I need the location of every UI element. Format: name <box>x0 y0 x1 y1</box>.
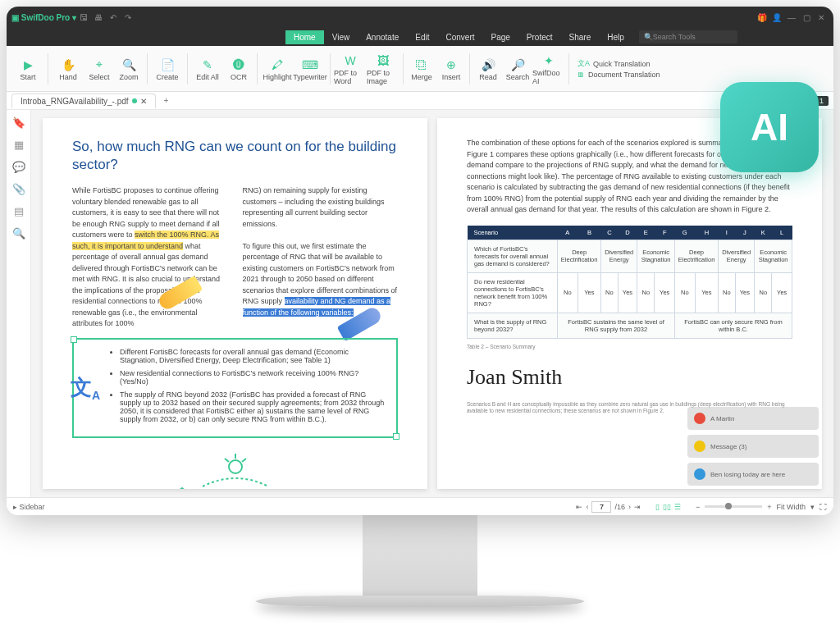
minimize-icon[interactable]: — <box>784 13 799 22</box>
hand-tool[interactable]: ✋Hand <box>52 49 84 89</box>
save-icon[interactable]: 🖫 <box>76 13 91 22</box>
menu-bar: Home View Annotate Edit Convert Page Pro… <box>7 28 833 46</box>
merge-button[interactable]: ⿻Merge <box>407 49 436 89</box>
user-icon[interactable]: 👤 <box>769 13 784 22</box>
ribbon: ▶Start ✋Hand ⌖Select 🔍Zoom 📄Create ✎Edit… <box>7 46 833 92</box>
menu-share[interactable]: Share <box>561 30 600 44</box>
status-bar: ▸ Sidebar ⇤ ‹ /16 › ⇥ ▯ ▯▯ ☰ − + Fit Wid… <box>7 497 833 515</box>
scenario-table: Scenario ABCDEFGHIJKL Which of FortisBC'… <box>467 226 792 339</box>
left-column: While FortisBC proposes to continue offe… <box>72 185 228 330</box>
menu-help[interactable]: Help <box>599 30 632 44</box>
last-page-icon[interactable]: ⇥ <box>634 503 641 511</box>
title-bar: ▣ SwifDoo Pro ▾ 🖫 🖶 ↶ ↷ 🎁 👤 — ▢ ✕ <box>7 7 833 28</box>
menu-annotate[interactable]: Annotate <box>358 30 407 44</box>
bookmarks-icon[interactable]: 🔖 <box>12 116 25 129</box>
list-item: New residential connections to FortisBC'… <box>120 369 386 386</box>
svg-line-3 <box>242 459 246 462</box>
menu-convert[interactable]: Convert <box>437 30 482 44</box>
selected-text-box[interactable]: 文A Different FortisBC forecasts for over… <box>72 338 398 438</box>
next-page-icon[interactable]: › <box>628 503 631 511</box>
svg-line-2 <box>225 459 229 462</box>
start-button[interactable]: ▶Start <box>11 49 44 89</box>
ocr-button[interactable]: 🅞OCR <box>224 49 253 89</box>
tab-close-icon[interactable]: ✕ <box>140 97 147 106</box>
highlight-tool[interactable]: 🖍Highlight <box>261 49 294 89</box>
toast[interactable]: A Martin <box>687 407 819 430</box>
typewriter-tool[interactable]: ⌨Typewriter <box>294 49 326 89</box>
document-tab-bar: Introba_RNGAvailability_-.pdf✕ + 1 <box>7 92 833 110</box>
ai-badge[interactable]: AI <box>720 82 819 172</box>
comments-icon[interactable]: 💬 <box>12 161 25 173</box>
two-page-icon[interactable]: ▯▯ <box>663 503 671 511</box>
gift-icon[interactable]: 🎁 <box>755 13 769 22</box>
close-icon[interactable]: ✕ <box>814 13 829 22</box>
zoom-out-icon[interactable]: − <box>696 503 700 511</box>
table-caption: Table 2 – Scenario Summary <box>467 344 792 350</box>
menu-home[interactable]: Home <box>285 30 324 44</box>
list-item: The supply of RNG beyond 2032 (FortisBC … <box>120 390 386 423</box>
print-icon[interactable]: 🖶 <box>91 13 106 22</box>
list-item: Different FortisBC forecasts for overall… <box>120 348 386 364</box>
maximize-icon[interactable]: ▢ <box>799 13 814 22</box>
search-tools-input[interactable]: 🔍 Search Tools <box>639 30 737 43</box>
left-sidebar: 🔖 ▦ 💬 📎 ▤ 🔍 <box>7 110 31 497</box>
zoom-in-icon[interactable]: + <box>767 503 771 511</box>
toast[interactable]: Message (3) <box>687 435 819 458</box>
pdf-to-word[interactable]: WPDF to Word <box>334 49 367 89</box>
undo-icon[interactable]: ↶ <box>106 13 121 22</box>
select-tool[interactable]: ⌖Select <box>84 49 114 89</box>
signature: Joan Smith <box>467 365 792 390</box>
new-tab-button[interactable]: + <box>156 96 177 105</box>
pdf-to-image[interactable]: 🖼PDF to Image <box>367 49 399 89</box>
translate-icon[interactable]: 文A <box>71 373 103 403</box>
fullscreen-icon[interactable]: ⛶ <box>819 503 827 511</box>
sidebar-toggle[interactable]: ▸ Sidebar <box>13 503 45 511</box>
page-input[interactable] <box>591 501 611 513</box>
page-left: So, how much RNG can we count on for the… <box>43 118 427 489</box>
prev-page-icon[interactable]: ‹ <box>586 503 588 511</box>
swifdoo-ai-button[interactable]: ✦SwifDoo AI <box>532 49 565 89</box>
diagram-illustration: ? <box>72 450 398 489</box>
page-title: So, how much RNG can we count on for the… <box>72 138 398 174</box>
quick-translation[interactable]: 文AQuick Translation <box>578 58 660 69</box>
first-page-icon[interactable]: ⇤ <box>576 503 582 511</box>
edit-all-button[interactable]: ✎Edit All <box>191 49 224 89</box>
search-panel-icon[interactable]: 🔍 <box>12 227 25 240</box>
redo-icon[interactable]: ↷ <box>121 13 135 22</box>
menu-page[interactable]: Page <box>482 30 518 44</box>
app-logo: ▣ SwifDoo Pro ▾ <box>11 13 76 22</box>
menu-protect[interactable]: Protect <box>518 30 561 44</box>
document-tab[interactable]: Introba_RNGAvailability_-.pdf✕ <box>11 94 156 108</box>
menu-view[interactable]: View <box>324 30 358 44</box>
right-column: RNG) on remaining supply for existing cu… <box>243 185 399 330</box>
read-button[interactable]: 🔊Read <box>473 49 503 89</box>
notification-stack: A Martin Message (3) Ben losing today ar… <box>687 407 819 486</box>
thumbnails-icon[interactable]: ▦ <box>14 139 24 151</box>
fit-mode[interactable]: Fit Width <box>776 503 806 511</box>
zoom-slider[interactable] <box>705 505 762 508</box>
insert-button[interactable]: ⊕Insert <box>436 49 466 89</box>
toast[interactable]: Ben losing today are here <box>687 463 819 486</box>
zoom-tool[interactable]: 🔍Zoom <box>114 49 144 89</box>
zoom-control[interactable]: − + Fit Width ▾ ⛶ <box>696 503 827 511</box>
layers-icon[interactable]: ▤ <box>14 205 24 217</box>
single-page-icon[interactable]: ▯ <box>655 503 660 511</box>
continuous-icon[interactable]: ☰ <box>674 503 681 511</box>
search-button[interactable]: 🔎Search <box>503 49 532 89</box>
menu-edit[interactable]: Edit <box>407 30 437 44</box>
svg-text:?: ? <box>231 488 240 489</box>
svg-point-0 <box>229 460 242 473</box>
pager[interactable]: ⇤ ‹ /16 › ⇥ <box>576 501 641 513</box>
document-translation[interactable]: 🗎Document Translation <box>578 71 660 79</box>
attachments-icon[interactable]: 📎 <box>12 183 25 195</box>
create-button[interactable]: 📄Create <box>151 49 184 89</box>
